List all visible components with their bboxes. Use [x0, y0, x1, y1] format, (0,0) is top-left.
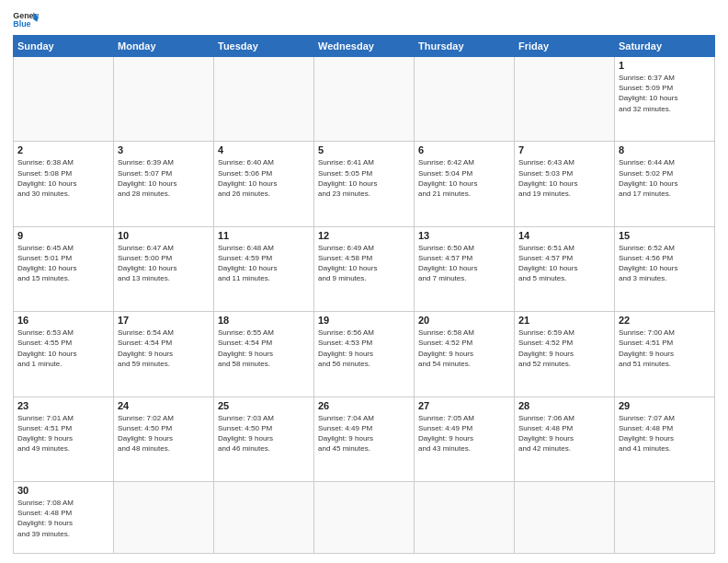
calendar-cell: 17Sunrise: 6:54 AM Sunset: 4:54 PM Dayli… — [114, 312, 214, 396]
weekday-saturday: Saturday — [615, 36, 715, 57]
day-info: Sunrise: 6:48 AM Sunset: 4:59 PM Dayligh… — [218, 243, 310, 284]
calendar-cell: 20Sunrise: 6:58 AM Sunset: 4:52 PM Dayli… — [415, 312, 515, 396]
week-row-5: 30Sunrise: 7:08 AM Sunset: 4:48 PM Dayli… — [14, 482, 715, 554]
day-info: Sunrise: 6:39 AM Sunset: 5:07 PM Dayligh… — [118, 157, 210, 199]
weekday-monday: Monday — [114, 36, 214, 57]
day-info: Sunrise: 6:49 AM Sunset: 4:58 PM Dayligh… — [318, 243, 410, 284]
weekday-thursday: Thursday — [415, 36, 515, 57]
day-number: 16 — [17, 315, 109, 326]
day-number: 10 — [118, 230, 210, 241]
day-number: 24 — [118, 400, 210, 411]
logo-icon: General Blue — [13, 9, 39, 29]
day-number: 30 — [17, 485, 109, 496]
calendar-cell: 11Sunrise: 6:48 AM Sunset: 4:59 PM Dayli… — [214, 226, 314, 311]
weekday-tuesday: Tuesday — [214, 36, 314, 57]
day-info: Sunrise: 7:06 AM Sunset: 4:48 PM Dayligh… — [518, 413, 610, 454]
calendar-table: SundayMondayTuesdayWednesdayThursdayFrid… — [13, 35, 715, 554]
day-number: 19 — [318, 315, 410, 326]
header: General Blue — [13, 9, 715, 29]
day-info: Sunrise: 7:08 AM Sunset: 4:48 PM Dayligh… — [17, 498, 109, 539]
calendar-cell: 8Sunrise: 6:44 AM Sunset: 5:02 PM Daylig… — [615, 142, 715, 226]
page: General Blue SundayMondayTuesdayWednesda… — [0, 0, 728, 563]
calendar-cell: 10Sunrise: 6:47 AM Sunset: 5:00 PM Dayli… — [114, 226, 214, 311]
calendar-cell — [214, 57, 314, 142]
day-info: Sunrise: 6:50 AM Sunset: 4:57 PM Dayligh… — [418, 243, 510, 284]
day-number: 8 — [619, 144, 711, 155]
day-number: 1 — [619, 60, 711, 71]
day-info: Sunrise: 6:56 AM Sunset: 4:53 PM Dayligh… — [318, 327, 410, 369]
calendar-cell: 9Sunrise: 6:45 AM Sunset: 5:01 PM Daylig… — [14, 226, 114, 311]
calendar-cell: 4Sunrise: 6:40 AM Sunset: 5:06 PM Daylig… — [214, 142, 314, 226]
day-number: 21 — [518, 315, 610, 326]
day-info: Sunrise: 7:03 AM Sunset: 4:50 PM Dayligh… — [218, 413, 310, 454]
calendar-cell — [515, 482, 615, 554]
calendar-cell — [214, 482, 314, 554]
day-number: 6 — [418, 144, 510, 155]
calendar-cell: 26Sunrise: 7:04 AM Sunset: 4:49 PM Dayli… — [314, 396, 415, 481]
calendar-cell: 15Sunrise: 6:52 AM Sunset: 4:56 PM Dayli… — [615, 226, 715, 311]
logo: General Blue — [13, 9, 39, 29]
day-info: Sunrise: 6:40 AM Sunset: 5:06 PM Dayligh… — [218, 157, 310, 199]
calendar-cell — [14, 57, 114, 142]
calendar-body: 1Sunrise: 6:37 AM Sunset: 5:09 PM Daylig… — [14, 57, 715, 554]
svg-text:Blue: Blue — [13, 19, 30, 29]
calendar-cell: 1Sunrise: 6:37 AM Sunset: 5:09 PM Daylig… — [615, 57, 715, 142]
calendar-cell: 3Sunrise: 6:39 AM Sunset: 5:07 PM Daylig… — [114, 142, 214, 226]
calendar-cell: 13Sunrise: 6:50 AM Sunset: 4:57 PM Dayli… — [415, 226, 515, 311]
day-number: 13 — [418, 230, 510, 241]
calendar-cell — [314, 57, 415, 142]
day-info: Sunrise: 6:44 AM Sunset: 5:02 PM Dayligh… — [619, 157, 711, 199]
day-number: 3 — [118, 144, 210, 155]
weekday-header-row: SundayMondayTuesdayWednesdayThursdayFrid… — [14, 36, 715, 57]
weekday-sunday: Sunday — [14, 36, 114, 57]
day-number: 15 — [619, 230, 711, 241]
day-number: 11 — [218, 230, 310, 241]
calendar-cell — [415, 482, 515, 554]
calendar-cell: 30Sunrise: 7:08 AM Sunset: 4:48 PM Dayli… — [14, 482, 114, 554]
day-number: 5 — [318, 144, 410, 155]
day-number: 7 — [518, 144, 610, 155]
day-info: Sunrise: 7:02 AM Sunset: 4:50 PM Dayligh… — [118, 413, 210, 454]
day-info: Sunrise: 7:07 AM Sunset: 4:48 PM Dayligh… — [619, 413, 711, 454]
calendar-cell: 23Sunrise: 7:01 AM Sunset: 4:51 PM Dayli… — [14, 396, 114, 481]
calendar-cell: 28Sunrise: 7:06 AM Sunset: 4:48 PM Dayli… — [515, 396, 615, 481]
calendar-cell: 22Sunrise: 7:00 AM Sunset: 4:51 PM Dayli… — [615, 312, 715, 396]
day-info: Sunrise: 6:47 AM Sunset: 5:00 PM Dayligh… — [118, 243, 210, 284]
day-info: Sunrise: 6:38 AM Sunset: 5:08 PM Dayligh… — [17, 157, 109, 199]
day-info: Sunrise: 6:59 AM Sunset: 4:52 PM Dayligh… — [518, 327, 610, 369]
calendar-cell: 25Sunrise: 7:03 AM Sunset: 4:50 PM Dayli… — [214, 396, 314, 481]
day-number: 23 — [17, 400, 109, 411]
week-row-1: 2Sunrise: 6:38 AM Sunset: 5:08 PM Daylig… — [14, 142, 715, 226]
calendar-cell — [114, 482, 214, 554]
calendar-cell: 2Sunrise: 6:38 AM Sunset: 5:08 PM Daylig… — [14, 142, 114, 226]
day-info: Sunrise: 6:41 AM Sunset: 5:05 PM Dayligh… — [318, 157, 410, 199]
day-number: 22 — [619, 315, 711, 326]
week-row-4: 23Sunrise: 7:01 AM Sunset: 4:51 PM Dayli… — [14, 396, 715, 481]
day-info: Sunrise: 6:52 AM Sunset: 4:56 PM Dayligh… — [619, 243, 711, 284]
calendar-cell — [515, 57, 615, 142]
day-info: Sunrise: 6:51 AM Sunset: 4:57 PM Dayligh… — [518, 243, 610, 284]
calendar-cell — [615, 482, 715, 554]
day-number: 29 — [619, 400, 711, 411]
day-info: Sunrise: 7:00 AM Sunset: 4:51 PM Dayligh… — [619, 327, 711, 369]
day-number: 9 — [17, 230, 109, 241]
day-number: 25 — [218, 400, 310, 411]
calendar-cell: 5Sunrise: 6:41 AM Sunset: 5:05 PM Daylig… — [314, 142, 415, 226]
calendar-cell — [415, 57, 515, 142]
day-number: 26 — [318, 400, 410, 411]
day-info: Sunrise: 6:37 AM Sunset: 5:09 PM Dayligh… — [619, 73, 711, 114]
day-info: Sunrise: 6:45 AM Sunset: 5:01 PM Dayligh… — [17, 243, 109, 284]
weekday-wednesday: Wednesday — [314, 36, 415, 57]
calendar-cell: 14Sunrise: 6:51 AM Sunset: 4:57 PM Dayli… — [515, 226, 615, 311]
day-number: 18 — [218, 315, 310, 326]
week-row-2: 9Sunrise: 6:45 AM Sunset: 5:01 PM Daylig… — [14, 226, 715, 311]
day-info: Sunrise: 7:01 AM Sunset: 4:51 PM Dayligh… — [17, 413, 109, 454]
calendar-cell: 6Sunrise: 6:42 AM Sunset: 5:04 PM Daylig… — [415, 142, 515, 226]
day-number: 14 — [518, 230, 610, 241]
weekday-friday: Friday — [515, 36, 615, 57]
calendar-cell: 24Sunrise: 7:02 AM Sunset: 4:50 PM Dayli… — [114, 396, 214, 481]
week-row-3: 16Sunrise: 6:53 AM Sunset: 4:55 PM Dayli… — [14, 312, 715, 396]
calendar-cell: 16Sunrise: 6:53 AM Sunset: 4:55 PM Dayli… — [14, 312, 114, 396]
calendar-cell — [314, 482, 415, 554]
calendar-cell — [114, 57, 214, 142]
